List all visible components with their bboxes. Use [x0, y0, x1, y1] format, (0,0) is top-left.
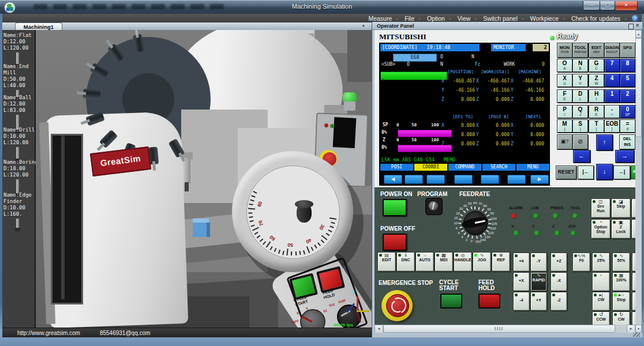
- jog-key-+z[interactable]: +Z: [551, 253, 567, 272]
- menu-file[interactable]: File: [403, 15, 415, 22]
- key-y[interactable]: YV: [572, 74, 588, 87]
- menu-key-mon[interactable]: MONITOR: [557, 43, 572, 58]
- panel-close-icon[interactable]: ✕: [635, 22, 640, 28]
- menu-option[interactable]: Option: [426, 15, 446, 22]
- option-key-clipped[interactable]: [631, 198, 635, 218]
- hscroll-right-arrow[interactable]: ►: [627, 325, 635, 333]
- delete-insert-key[interactable]: DELINS: [619, 134, 635, 149]
- option-key-drv-run[interactable]: ◫DrvRun: [591, 198, 611, 218]
- cursor-left-key[interactable]: ←: [573, 150, 590, 163]
- menu-key-edit[interactable]: EDITMDI: [589, 43, 604, 58]
- key-m[interactable]: M(: [557, 119, 572, 133]
- key-z[interactable]: ZW: [589, 74, 604, 87]
- menu-key-sfg[interactable]: SFG: [620, 43, 635, 58]
- key-4[interactable]: 4: [604, 74, 620, 87]
- cursor-up-key[interactable]: ↑: [596, 134, 613, 151]
- tool-list-item[interactable]: Name:BallD:12.00L:83.00: [3, 95, 35, 114]
- mode-key-edit[interactable]: ▤EDIT: [377, 252, 396, 272]
- menu-view[interactable]: View: [456, 15, 472, 22]
- maximize-button[interactable]: ▢: [600, 1, 615, 10]
- jog-key-+4[interactable]: +4: [513, 253, 530, 272]
- tool-list-item[interactable]: Name:FlatD:12.00L:120.00: [3, 32, 35, 51]
- jog-key--x[interactable]: -X: [551, 272, 567, 291]
- key-0[interactable]: 0SP: [620, 105, 635, 118]
- key-n[interactable]: NB: [572, 59, 588, 72]
- reset-key[interactable]: RESET: [556, 166, 576, 179]
- jog-key--4[interactable]: -4: [513, 292, 530, 311]
- key-5[interactable]: 5: [620, 74, 635, 87]
- hscroll-thumb[interactable]: [383, 325, 615, 333]
- override-key-cw[interactable]: ▸|CW: [592, 292, 610, 311]
- vertical-scrollbar[interactable]: ▲▼: [635, 30, 641, 333]
- key-8[interactable]: 8: [620, 59, 635, 72]
- option-key-option-stop[interactable]: ◔OptionStop: [591, 219, 611, 239]
- tool-list-item[interactable]: Name:BoringD:18.00L:120.00: [3, 159, 35, 178]
- title-bar[interactable]: Machining Simulation – ▢ ✕: [0, 0, 644, 14]
- tool-list-item[interactable]: Name:EndMillD:50.00L:40.00: [3, 63, 35, 89]
- tool-list-item[interactable]: Name:EdgeFinderD:10.00L:160.: [3, 192, 35, 217]
- key-x[interactable]: XU: [557, 74, 572, 87]
- key-o[interactable]: OA: [557, 59, 572, 72]
- menu-key-tool[interactable]: TOOLPARAM: [572, 43, 588, 58]
- override-key-100pct[interactable]: ▦100%: [612, 272, 630, 291]
- vscroll-down-arrow[interactable]: ▼: [635, 325, 642, 333]
- mode-key-jog[interactable]: ∿JOG: [473, 252, 491, 272]
- operator-panel-titlebar[interactable]: Operator Panel: [372, 22, 642, 30]
- mode-key-handle[interactable]: ◎HANDLE: [454, 252, 472, 272]
- key-7[interactable]: 7: [604, 59, 620, 72]
- option-key-clipped[interactable]: [631, 219, 635, 239]
- shift-key[interactable]: ▣?: [557, 134, 572, 149]
- key-p[interactable]: P/: [557, 105, 572, 118]
- key-f[interactable]: FE: [557, 89, 572, 103]
- menu-workpiece[interactable]: Workpiece: [529, 15, 560, 22]
- cancel-key[interactable]: ⊘: [572, 134, 588, 149]
- key-h[interactable]: HI: [589, 89, 604, 103]
- key-=[interactable]: =#: [620, 119, 635, 133]
- hscroll-left-arrow[interactable]: ◄: [375, 325, 383, 333]
- cycle-start-button[interactable]: [440, 294, 462, 309]
- menu-measure[interactable]: Measure: [367, 15, 393, 22]
- tab-machining1[interactable]: Machining1: [15, 22, 62, 31]
- key-g[interactable]: GC: [589, 59, 604, 72]
- pin-icon[interactable]: [628, 24, 634, 29]
- key-d[interactable]: DL: [572, 89, 588, 103]
- vscroll-thumb[interactable]: [635, 38, 642, 137]
- minimize-button[interactable]: –: [583, 1, 600, 10]
- override-key-25pct[interactable]: ∿25%: [592, 253, 610, 272]
- override-key-f0[interactable]: ∿%F0: [572, 253, 590, 272]
- resize-grip[interactable]: [633, 333, 640, 337]
- estop-button[interactable]: [386, 294, 409, 317]
- cursor-down-key[interactable]: ↓: [596, 164, 613, 180]
- key-t[interactable]: T[: [589, 119, 604, 133]
- override-key-stop[interactable]: ▸○Stop: [612, 292, 630, 311]
- close-button[interactable]: ✕: [615, 1, 638, 11]
- tab-right-key[interactable]: →|: [613, 166, 630, 179]
- key--[interactable]: -÷: [604, 105, 620, 118]
- status-url[interactable]: http://www.greatsim.com: [17, 330, 80, 336]
- mode-key-dnc[interactable]: ⇓DNC: [396, 252, 415, 272]
- option-key-skip[interactable]: ◪Skip: [611, 198, 631, 218]
- tab-scroll-icon[interactable]: ▾: [362, 24, 365, 28]
- vscroll-up-arrow[interactable]: ▲: [635, 30, 642, 38]
- key-2[interactable]: 2: [620, 89, 635, 103]
- power-on-button[interactable]: [383, 199, 407, 216]
- jog-key-+y[interactable]: +Y: [530, 292, 547, 311]
- cursor-right-key[interactable]: →: [615, 150, 634, 163]
- power-off-button[interactable]: [383, 234, 407, 251]
- menu-switch-panel[interactable]: Switch panel: [482, 15, 519, 22]
- mode-key-auto[interactable]: →AUTO: [415, 252, 434, 272]
- jog-key-rapid[interactable]: ∿RAPID: [530, 272, 547, 291]
- help-icon[interactable]: ?: [632, 15, 638, 21]
- horizontal-scrollbar[interactable]: ◄►: [375, 325, 635, 333]
- 3d-viewport[interactable]: 304050607080CYCLE STARTFEED HOLDOFFXYZX1…: [36, 30, 372, 328]
- tool-list-item[interactable]: Name:DrillD:10.00L:120.00: [3, 127, 35, 146]
- key-eob[interactable]: EOB]: [604, 119, 620, 133]
- override-key--[interactable]: -: [592, 272, 610, 291]
- feed-hold-button[interactable]: [478, 294, 500, 309]
- mode-key-mdi[interactable]: ▦MDI: [435, 252, 453, 272]
- menu-check-for-updates[interactable]: Check for updates: [570, 15, 621, 22]
- tab-left-key[interactable]: |←: [578, 166, 594, 179]
- input-key[interactable]: IN: [631, 166, 635, 179]
- jog-key--y[interactable]: -Y: [530, 253, 547, 272]
- menu-key-diagn[interactable]: DIAGNIN/OUT: [604, 43, 620, 58]
